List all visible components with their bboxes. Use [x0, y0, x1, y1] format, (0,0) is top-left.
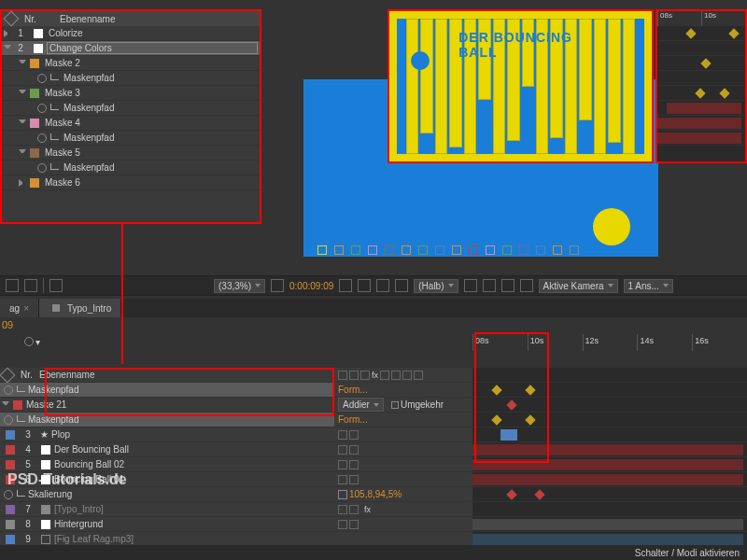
switch-icon[interactable] — [338, 445, 347, 455]
tool-icon[interactable] — [6, 279, 19, 292]
keyframe-icon[interactable] — [728, 28, 739, 38]
switch-icon[interactable] — [349, 460, 359, 469]
label-swatch[interactable] — [6, 520, 15, 529]
stopwatch-icon[interactable] — [37, 163, 47, 173]
switch-icon[interactable] — [349, 505, 359, 514]
layer-bar[interactable] — [472, 474, 743, 485]
switch-icon[interactable] — [349, 520, 359, 529]
camera-dropdown[interactable]: Aktive Kamera — [539, 279, 618, 293]
switch-icon[interactable] — [349, 371, 359, 380]
expand-icon[interactable] — [19, 60, 26, 67]
color-icon[interactable] — [376, 279, 389, 292]
form-link[interactable]: Form... — [338, 414, 368, 425]
graph-icon[interactable] — [50, 74, 60, 83]
stopwatch-icon[interactable] — [37, 133, 47, 143]
expand-icon[interactable] — [2, 401, 9, 409]
scale-value[interactable]: 105,8,94,5% — [349, 489, 402, 499]
keyframe-icon[interactable] — [685, 28, 696, 38]
keyframe-icon[interactable] — [491, 385, 501, 395]
mode-dropdown[interactable]: Addier — [338, 398, 384, 412]
switch-icon[interactable] — [338, 460, 347, 469]
expand-icon[interactable] — [19, 90, 26, 97]
mask-swatch[interactable] — [30, 119, 39, 128]
layer-bar[interactable] — [657, 118, 741, 129]
keyframe-icon[interactable] — [491, 414, 501, 425]
switch-icon[interactable] — [391, 371, 401, 380]
mask-swatch[interactable] — [30, 148, 39, 158]
layer-bar[interactable] — [472, 534, 743, 545]
checkbox[interactable] — [391, 401, 399, 409]
switch-icon[interactable] — [338, 430, 347, 440]
layer-row-2[interactable]: 2 Change Colors — [2, 41, 260, 56]
grid-icon[interactable] — [483, 279, 496, 292]
switch-icon[interactable] — [349, 475, 359, 484]
expand-icon[interactable] — [4, 30, 11, 37]
mask-row[interactable]: Maske 5 — [2, 146, 260, 161]
layer-row[interactable]: 8Hintergrund — [0, 517, 334, 531]
keyframe-icon[interactable] — [695, 88, 705, 98]
mask-path-row[interactable]: Maskenpfad — [0, 413, 334, 427]
trash-icon[interactable] — [49, 279, 63, 292]
layer-row[interactable]: 7[Typo_Intro] — [0, 502, 334, 516]
tool-icon[interactable] — [395, 279, 408, 292]
label-swatch[interactable] — [6, 445, 15, 455]
timeline-area[interactable] — [472, 368, 747, 382]
switch-icon[interactable] — [338, 371, 347, 380]
layer-bar[interactable] — [500, 429, 517, 441]
expand-icon[interactable] — [19, 179, 26, 187]
switch-icon[interactable] — [349, 445, 359, 455]
tool-icon[interactable] — [464, 279, 477, 292]
keyframe-icon[interactable] — [506, 489, 516, 499]
tool-icon[interactable] — [271, 279, 284, 292]
switch-icon[interactable] — [338, 505, 347, 514]
mask-row[interactable]: Maske 3 — [2, 86, 260, 101]
mini-ruler[interactable]: 08s 10s — [657, 11, 745, 26]
keyframe-icon[interactable] — [525, 414, 535, 425]
resolution-dropdown[interactable]: (Halb) — [414, 279, 458, 293]
layer-bar[interactable] — [472, 444, 743, 455]
close-icon[interactable]: × — [23, 303, 29, 314]
layer-row[interactable]: 5Bouncing Ball 02 — [0, 457, 334, 471]
mask-swatch[interactable] — [30, 178, 39, 188]
label-swatch[interactable] — [6, 535, 15, 544]
switch-icon[interactable] — [360, 371, 370, 380]
keyframe-icon[interactable] — [700, 58, 711, 68]
layer-bar[interactable] — [667, 103, 741, 114]
mask-row[interactable]: Maske 2 — [2, 56, 260, 71]
keyframe-icon[interactable] — [525, 385, 535, 395]
views-dropdown[interactable]: 1 Ans... — [624, 279, 673, 293]
stopwatch-icon[interactable] — [37, 104, 47, 113]
mask-swatch[interactable] — [30, 89, 39, 98]
mask-path-row[interactable]: Maskenpfad — [2, 101, 260, 116]
switch-icon[interactable] — [414, 371, 423, 380]
link-icon[interactable] — [338, 490, 347, 499]
search-bar[interactable]: ▾ — [21, 334, 469, 349]
mask-path-row[interactable]: Maskenpfad — [0, 383, 334, 397]
keyframe-icon[interactable] — [534, 489, 544, 499]
mask-path-row[interactable]: Maskenpfad — [2, 131, 260, 146]
tool-icon[interactable] — [24, 279, 37, 292]
tab-typo-intro[interactable]: Typo_Intro — [39, 299, 121, 317]
current-time[interactable]: 09 — [0, 317, 24, 334]
graph-icon[interactable] — [17, 415, 26, 425]
label-swatch[interactable] — [6, 460, 15, 469]
layer-row[interactable]: 3★Plop — [0, 427, 334, 441]
switch-icon[interactable] — [338, 475, 347, 484]
scale-row[interactable]: Skalierung — [0, 487, 334, 501]
tool-icon[interactable] — [358, 279, 371, 292]
form-link[interactable]: Form... — [338, 385, 368, 395]
layer-bar[interactable] — [472, 459, 743, 470]
timeline-ruler[interactable]: 08s 10s 12s 14s 16s — [472, 334, 747, 351]
timecode[interactable]: 0:00:09:09 — [289, 281, 333, 291]
zoom-dropdown[interactable]: (33,3%) — [214, 279, 265, 293]
expand-icon[interactable] — [19, 119, 26, 127]
tool-icon[interactable] — [520, 279, 533, 292]
graph-icon[interactable] — [17, 490, 26, 499]
switch-icon[interactable] — [349, 430, 359, 440]
layer-row[interactable]: 4Der Bouncing Ball — [0, 442, 334, 456]
keyframe-icon[interactable] — [506, 399, 516, 410]
mask-path-row[interactable]: Maskenpfad — [2, 161, 260, 175]
mask-swatch[interactable] — [13, 400, 22, 410]
switch-icon[interactable] — [380, 371, 389, 380]
layer-bar[interactable] — [472, 519, 743, 530]
